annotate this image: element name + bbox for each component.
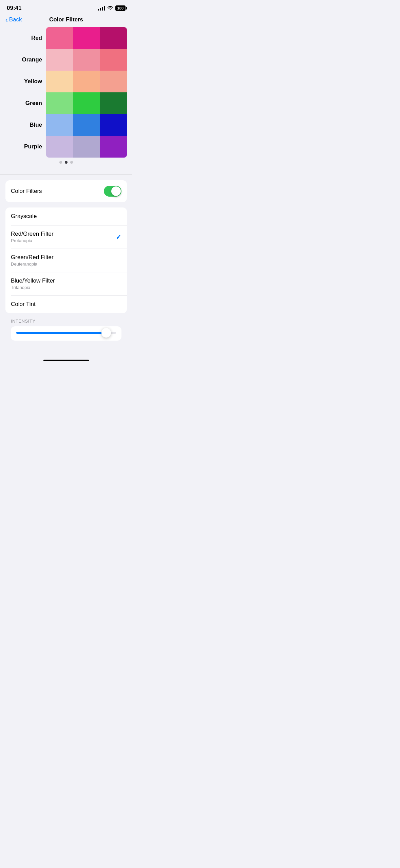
- swatch-cell: [73, 114, 100, 136]
- page-title: Color Filters: [49, 16, 83, 23]
- slider-thumb[interactable]: [101, 328, 111, 338]
- swatch-cell: [100, 92, 127, 114]
- swatch-cell: [46, 114, 73, 136]
- page-dot-1: [65, 161, 68, 164]
- page-dot-2: [70, 161, 73, 164]
- swatch-cell: [73, 49, 100, 71]
- swatch-cell: [46, 49, 73, 71]
- filter-option-subtitle: Tritanopia: [11, 285, 55, 290]
- swatch-label-orange: Orange: [5, 49, 46, 71]
- swatch-cell: [100, 136, 127, 158]
- slider-track: [16, 332, 116, 334]
- swatch-label-yellow: Yellow: [5, 71, 46, 92]
- filter-options-card: GrayscaleRed/Green FilterProtanopia✓Gree…: [5, 207, 127, 313]
- battery-icon: 100: [115, 5, 126, 11]
- filter-option-title: Grayscale: [11, 213, 37, 220]
- back-label: Back: [9, 16, 22, 23]
- swatch-colors-purple: [46, 136, 127, 158]
- back-button[interactable]: ‹ Back: [5, 16, 22, 23]
- filter-option-title: Blue/Yellow Filter: [11, 277, 55, 284]
- filter-option-row[interactable]: Grayscale: [5, 207, 127, 225]
- filter-option-text: Color Tint: [11, 301, 36, 308]
- swatch-colors-green: [46, 92, 127, 114]
- filter-option-subtitle: Deuteranopia: [11, 261, 54, 267]
- color-filters-toggle[interactable]: [104, 186, 121, 197]
- color-filters-label: Color Filters: [11, 188, 42, 195]
- swatch-cell: [100, 71, 127, 92]
- nav-bar: ‹ Back Color Filters: [0, 14, 132, 27]
- status-icons: 100: [98, 5, 126, 11]
- filter-option-row[interactable]: Red/Green FilterProtanopia✓: [5, 225, 127, 249]
- filter-option-title: Green/Red Filter: [11, 254, 54, 261]
- filter-option-row[interactable]: Blue/Yellow FilterTritanopia: [5, 272, 127, 295]
- slider-fill: [16, 332, 106, 334]
- swatch-cell: [73, 71, 100, 92]
- toggle-knob: [111, 186, 121, 196]
- home-bar: [43, 360, 89, 361]
- color-filters-toggle-card: Color Filters: [5, 180, 127, 202]
- filter-option-row[interactable]: Color Tint: [5, 295, 127, 313]
- swatch-cell: [73, 92, 100, 114]
- filter-option-title: Red/Green Filter: [11, 231, 54, 237]
- filter-option-text: Red/Green FilterProtanopia: [11, 231, 54, 243]
- filter-option-text: Blue/Yellow FilterTritanopia: [11, 277, 55, 290]
- swatch-colors-red: [46, 27, 127, 49]
- checkmark-icon: ✓: [116, 233, 121, 241]
- intensity-slider-card: [11, 326, 121, 341]
- swatch-label-green: Green: [5, 92, 46, 114]
- color-filters-toggle-row: Color Filters: [5, 180, 127, 202]
- swatch-colors-orange: [46, 49, 127, 71]
- home-indicator: [0, 357, 132, 365]
- back-chevron-icon: ‹: [5, 16, 8, 23]
- filter-option-subtitle: Protanopia: [11, 238, 54, 243]
- swatch-cell: [73, 27, 100, 49]
- filter-option-title: Color Tint: [11, 301, 36, 308]
- swatch-grid: RedOrangeYellowGreenBluePurple: [5, 27, 127, 158]
- swatch-grid-section: RedOrangeYellowGreenBluePurple: [0, 27, 132, 175]
- status-time: 09:41: [7, 5, 21, 12]
- swatch-cell: [46, 136, 73, 158]
- swatch-label-blue: Blue: [5, 114, 46, 136]
- swatch-label-red: Red: [5, 27, 46, 49]
- status-bar: 09:41 100: [0, 0, 132, 14]
- swatch-colors-blue: [46, 114, 127, 136]
- swatch-cell: [100, 49, 127, 71]
- swatch-cell: [73, 136, 100, 158]
- settings-section: Color Filters GrayscaleRed/Green FilterP…: [0, 175, 132, 357]
- filter-option-text: Green/Red FilterDeuteranopia: [11, 254, 54, 267]
- filter-option-text: Grayscale: [11, 213, 37, 220]
- wifi-icon: [107, 5, 113, 11]
- swatch-cell: [46, 92, 73, 114]
- filter-option-row[interactable]: Green/Red FilterDeuteranopia: [5, 249, 127, 272]
- swatch-cell: [100, 27, 127, 49]
- signal-icon: [98, 6, 105, 11]
- page-dot-0: [59, 161, 62, 164]
- swatch-colors-yellow: [46, 71, 127, 92]
- swatch-cell: [100, 114, 127, 136]
- swatch-label-purple: Purple: [5, 136, 46, 158]
- page-dots: [5, 158, 127, 169]
- swatch-cell: [46, 27, 73, 49]
- intensity-header: INTENSITY: [5, 319, 127, 326]
- swatch-cell: [46, 71, 73, 92]
